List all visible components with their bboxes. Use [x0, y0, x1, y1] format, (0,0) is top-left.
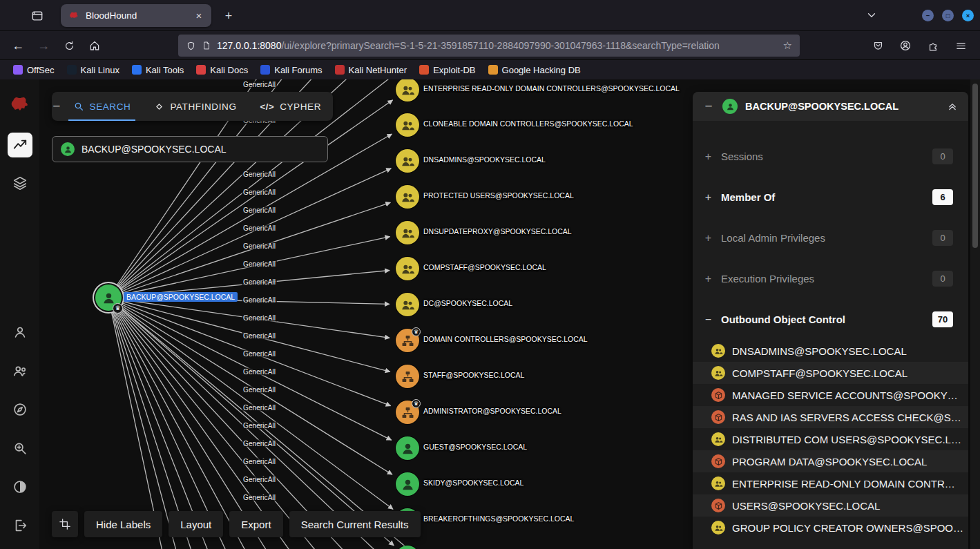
- kali-tools-icon: [132, 65, 142, 75]
- expand-icon[interactable]: +: [703, 191, 713, 204]
- node-label: DNSUPDATEPROXY@SPOOKYSEC.LOCAL: [423, 227, 572, 235]
- account-icon[interactable]: [894, 35, 916, 57]
- collapse-icon[interactable]: −: [703, 314, 713, 326]
- edge-label-genericall: GenericAll: [242, 206, 277, 214]
- group-icon: [711, 366, 725, 380]
- outbound-item-dnsadmins[interactable]: DNSADMINS@SPOOKYSEC.LOCAL: [693, 340, 968, 362]
- outbound-item-enterprise-read-only-domain-contr[interactable]: ENTERPRISE READ-ONLY DOMAIN CONTR…: [693, 472, 968, 494]
- contrast-icon[interactable]: [12, 479, 28, 494]
- section-label: Sessions: [721, 151, 925, 162]
- reset-view-button[interactable]: [52, 511, 78, 537]
- list-all-tabs-icon[interactable]: [865, 9, 879, 23]
- container-icon: [711, 499, 725, 512]
- pathfinding-icon: [154, 102, 164, 112]
- edge-label-genericall: GenericAll: [242, 171, 277, 178]
- section-label: Execution Privileges: [721, 273, 925, 285]
- bookmark-kali-docs[interactable]: Kali Docs: [191, 63, 253, 77]
- manage-users-icon[interactable]: [12, 363, 28, 378]
- section-count-badge: 0: [932, 148, 953, 164]
- compass-icon[interactable]: [12, 402, 28, 417]
- search-current-results-button[interactable]: Search Current Results: [289, 511, 421, 537]
- home-button[interactable]: [84, 35, 106, 57]
- window-close-button[interactable]: ×: [962, 10, 974, 21]
- firefox-view-icon[interactable]: [28, 6, 47, 26]
- menu-icon[interactable]: [950, 35, 972, 57]
- group-node-icon: [396, 221, 419, 244]
- bookmarks-bar: OffSecKali LinuxKali ToolsKali DocsKali …: [0, 60, 980, 79]
- group-node-icon: [396, 185, 419, 209]
- bookmark-star-icon[interactable]: ☆: [783, 39, 792, 52]
- reload-button[interactable]: [58, 35, 80, 57]
- person-icon[interactable]: [12, 325, 28, 340]
- bookmark-kali-linux[interactable]: Kali Linux: [62, 63, 124, 77]
- logout-icon[interactable]: [12, 518, 28, 533]
- explore-tabs-panel: − SEARCH PATHFINDING </> CYPHER: [52, 92, 333, 121]
- entity-sections: +Sessions0+Member Of6+Local Admin Privil…: [693, 121, 968, 340]
- outbound-item-distributed-com-users[interactable]: DISTRIBUTED COM USERS@SPOOKYSEC.L…: [693, 428, 968, 450]
- outbound-item-users[interactable]: USERS@SPOOKYSEC.LOCAL: [693, 494, 968, 517]
- layout-button[interactable]: Layout: [169, 511, 223, 537]
- section-count-badge: 0: [932, 230, 953, 246]
- pocket-icon[interactable]: [867, 35, 889, 57]
- forward-button[interactable]: →: [32, 35, 55, 57]
- tab-close-icon[interactable]: ×: [192, 9, 206, 23]
- section-count-badge: 70: [932, 311, 953, 327]
- edge-label-genericall: GenericAll: [242, 476, 277, 483]
- offsec-icon: [13, 65, 23, 75]
- edge-label-genericall: GenericAll: [242, 368, 277, 376]
- explore-nav-button[interactable]: [8, 133, 32, 157]
- outbound-item-label: DNSADMINS@SPOOKYSEC.LOCAL: [732, 345, 907, 357]
- tracking-shield-icon[interactable]: [186, 41, 196, 51]
- scrollbar-thumb[interactable]: [972, 84, 978, 248]
- panel-section-local-admin-privileges[interactable]: +Local Admin Privileges0: [693, 218, 968, 258]
- window-minimize-button[interactable]: −: [922, 10, 934, 21]
- tab-cypher[interactable]: </> CYPHER: [249, 92, 333, 121]
- expand-icon[interactable]: +: [703, 151, 713, 163]
- node-label: ENTERPRISE READ-ONLY DOMAIN CONTROLLERS@…: [423, 84, 680, 93]
- collapse-panel-button[interactable]: −: [702, 99, 715, 114]
- panel-section-sessions[interactable]: +Sessions0: [693, 136, 968, 177]
- window-maximize-button[interactable]: □: [942, 10, 954, 21]
- search-document-icon[interactable]: [12, 441, 28, 456]
- user-node-icon: [722, 99, 738, 114]
- outbound-item-compstaff[interactable]: COMPSTAFF@SPOOKYSEC.LOCAL: [693, 362, 968, 384]
- outbound-item-group-policy-creator-owners[interactable]: GROUP POLICY CREATOR OWNERS@SPOO…: [693, 517, 968, 539]
- collapse-all-icon[interactable]: [946, 100, 959, 113]
- node-label: DNSADMINS@SPOOKYSEC.LOCAL: [423, 155, 546, 164]
- tab-bloodhound[interactable]: BloodHound ×: [61, 4, 211, 27]
- bookmark-label: Kali NetHunter: [349, 65, 407, 75]
- bookmark-exploit-db[interactable]: Exploit-DB: [414, 63, 480, 77]
- layers-icon[interactable]: [12, 175, 28, 191]
- page-info-icon[interactable]: [202, 41, 211, 50]
- search-input[interactable]: BACKUP@SPOOKYSEC.LOCAL: [52, 136, 328, 162]
- bookmark-google-hacking-db[interactable]: Google Hacking DB: [483, 63, 586, 77]
- expand-icon[interactable]: +: [703, 232, 713, 244]
- hide-labels-button[interactable]: Hide Labels: [84, 511, 162, 537]
- graph-canvas[interactable]: GenericAllGenericAllGenericAllGenericAll…: [39, 79, 693, 549]
- bookmark-label: OffSec: [27, 65, 55, 75]
- page-scrollbar[interactable]: [970, 79, 980, 549]
- browser-titlebar: BloodHound × + − □ ×: [0, 0, 980, 31]
- panel-section-member-of[interactable]: +Member Of6: [693, 177, 968, 218]
- extensions-icon[interactable]: [922, 35, 944, 57]
- new-tab-button[interactable]: +: [220, 7, 238, 25]
- bookmark-kali-tools[interactable]: Kali Tools: [127, 63, 189, 77]
- expand-icon[interactable]: +: [703, 273, 713, 285]
- panel-section-outbound-object-control[interactable]: −Outbound Object Control70: [693, 299, 968, 340]
- export-button[interactable]: Export: [229, 511, 282, 537]
- panel-section-execution-privileges[interactable]: +Execution Privileges0: [693, 258, 968, 299]
- tab-label: CYPHER: [280, 102, 321, 112]
- outbound-item-ras-and-ias-servers-access-check[interactable]: RAS AND IAS SERVERS ACCESS CHECK@S…: [693, 406, 968, 428]
- bookmark-offsec[interactable]: OffSec: [8, 63, 59, 77]
- tab-search[interactable]: SEARCH: [61, 92, 143, 121]
- outbound-item-program-data[interactable]: PROGRAM DATA@SPOOKYSEC.LOCAL: [693, 450, 968, 472]
- bookmark-kali-nethunter[interactable]: Kali NetHunter: [330, 63, 412, 77]
- kali-linux-icon: [67, 65, 77, 75]
- back-button[interactable]: ←: [7, 35, 29, 57]
- url-bar[interactable]: 127.0.0.1:8080/ui/explore?primarySearch=…: [178, 35, 800, 57]
- tab-pathfinding[interactable]: PATHFINDING: [142, 92, 248, 121]
- bookmark-kali-forums[interactable]: Kali Forums: [256, 63, 327, 77]
- collapse-search-panel-button[interactable]: −: [52, 99, 61, 114]
- outbound-item-managed-service-accounts[interactable]: MANAGED SERVICE ACCOUNTS@SPOOKY…: [693, 384, 968, 406]
- entity-info-header: − BACKUP@SPOOKYSEC.LOCAL: [693, 92, 968, 121]
